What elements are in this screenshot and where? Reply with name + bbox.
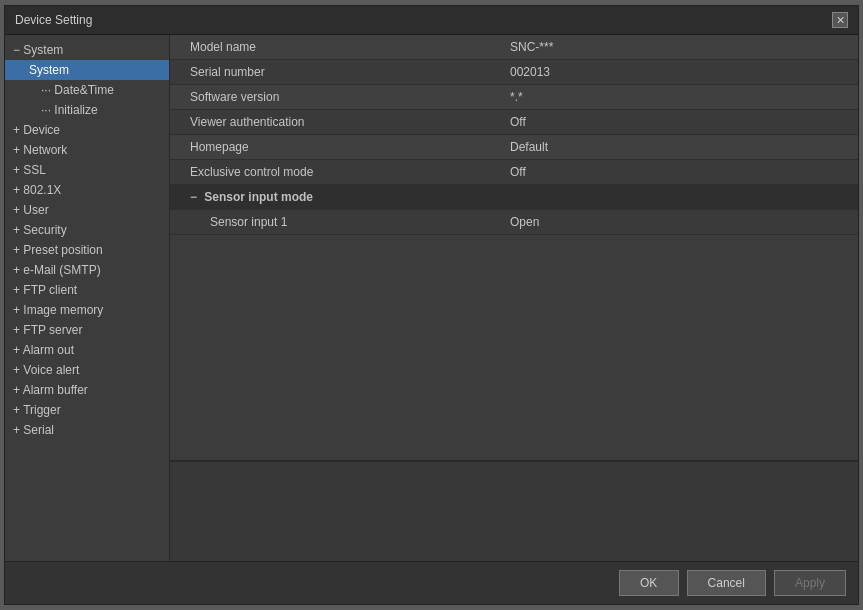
field-label: Exclusive control mode <box>170 160 500 185</box>
field-value: 002013 <box>500 60 858 85</box>
sidebar-item-preset-position[interactable]: + Preset position <box>5 240 169 260</box>
sidebar-item-image-memory[interactable]: + Image memory <box>5 300 169 320</box>
sidebar-item-802-1x[interactable]: + 802.1X <box>5 180 169 200</box>
section-header: − Sensor input mode <box>170 185 858 210</box>
device-setting-dialog: Device Setting ✕ − SystemSystem··· Date&… <box>4 5 859 605</box>
settings-panel: Model nameSNC-***Serial number002013Soft… <box>170 35 858 461</box>
sidebar-item-initialize[interactable]: ··· Initialize <box>5 100 169 120</box>
description-panel <box>170 461 858 561</box>
sidebar-item-user[interactable]: + User <box>5 200 169 220</box>
cancel-button[interactable]: Cancel <box>687 570 766 596</box>
apply-button[interactable]: Apply <box>774 570 846 596</box>
sidebar-item-email[interactable]: + e-Mail (SMTP) <box>5 260 169 280</box>
settings-row: Sensor input 1Open <box>170 210 858 235</box>
field-label: Viewer authentication <box>170 110 500 135</box>
settings-row: Model nameSNC-*** <box>170 35 858 60</box>
sidebar-item-security[interactable]: + Security <box>5 220 169 240</box>
sidebar-item-datetime[interactable]: ··· Date&Time <box>5 80 169 100</box>
settings-row: Software version*.* <box>170 85 858 110</box>
field-value: *.* <box>500 85 858 110</box>
sidebar-item-serial[interactable]: + Serial <box>5 420 169 440</box>
close-button[interactable]: ✕ <box>832 12 848 28</box>
settings-row: Serial number002013 <box>170 60 858 85</box>
field-value: Open <box>500 210 858 235</box>
field-label: Homepage <box>170 135 500 160</box>
field-value: SNC-*** <box>500 35 858 60</box>
sidebar-item-network[interactable]: + Network <box>5 140 169 160</box>
content-area: Model nameSNC-***Serial number002013Soft… <box>170 35 858 561</box>
dialog-title: Device Setting <box>15 13 92 27</box>
sidebar-item-voice-alert[interactable]: + Voice alert <box>5 360 169 380</box>
sidebar-item-alarm-out[interactable]: + Alarm out <box>5 340 169 360</box>
field-label: Software version <box>170 85 500 110</box>
field-label: Serial number <box>170 60 500 85</box>
settings-row: HomepageDefault <box>170 135 858 160</box>
title-bar: Device Setting ✕ <box>5 6 858 35</box>
sidebar-item-trigger[interactable]: + Trigger <box>5 400 169 420</box>
main-content: − SystemSystem··· Date&Time··· Initializ… <box>5 35 858 561</box>
sidebar-item-alarm-buffer[interactable]: + Alarm buffer <box>5 380 169 400</box>
field-label: Model name <box>170 35 500 60</box>
ok-button[interactable]: OK <box>619 570 679 596</box>
footer: OK Cancel Apply <box>5 561 858 604</box>
sidebar-item-ftp-client[interactable]: + FTP client <box>5 280 169 300</box>
settings-table: Model nameSNC-***Serial number002013Soft… <box>170 35 858 235</box>
field-value: Default <box>500 135 858 160</box>
settings-row: Viewer authenticationOff <box>170 110 858 135</box>
sidebar-item-device[interactable]: + Device <box>5 120 169 140</box>
field-value: Off <box>500 160 858 185</box>
sidebar-item-ssl[interactable]: + SSL <box>5 160 169 180</box>
sidebar-item-system-group[interactable]: − System <box>5 40 169 60</box>
field-label: Sensor input 1 <box>170 210 500 235</box>
sidebar: − SystemSystem··· Date&Time··· Initializ… <box>5 35 170 561</box>
sidebar-item-system[interactable]: System <box>5 60 169 80</box>
field-value: Off <box>500 110 858 135</box>
sidebar-item-ftp-server[interactable]: + FTP server <box>5 320 169 340</box>
settings-row: Exclusive control modeOff <box>170 160 858 185</box>
